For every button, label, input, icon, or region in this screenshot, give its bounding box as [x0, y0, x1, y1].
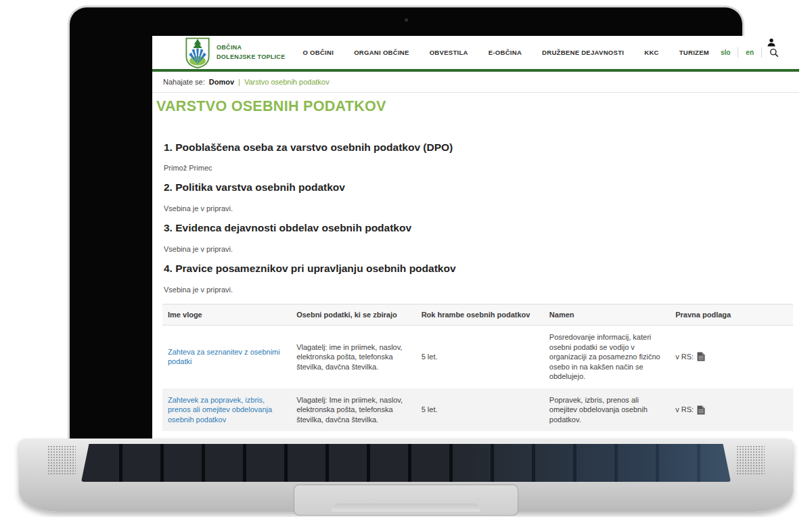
lang-slo-link[interactable]: slo	[721, 49, 730, 56]
speaker-grille-right	[736, 445, 765, 475]
municipality-logo[interactable]: OBČINA DOLENJSKE TOPLICE	[185, 37, 285, 68]
legal-basis-label: v RS:	[675, 352, 694, 362]
main-content: VARSTVO OSEBNIH PODATKOV 1. Pooblaščena …	[152, 99, 799, 439]
breadcrumb-separator: |	[238, 78, 240, 86]
section-2-body: Vsebina je v pripravi.	[164, 204, 793, 213]
table-row: Zahteva za seznanitev z osebnimi podatki…	[162, 325, 793, 388]
lid-opening-notch	[332, 503, 480, 512]
main-navigation: O OBČINI ORGANI OBČINE OBVESTILA E-OBČIN…	[302, 49, 709, 56]
breadcrumb-prefix: Nahajate se:	[163, 78, 205, 86]
nav-item-obvestila[interactable]: OBVESTILA	[430, 49, 468, 56]
cell-legal-basis: v RS:	[670, 398, 793, 422]
section-4-body: Vsebina je v pripravi.	[164, 286, 793, 294]
legal-basis-label: v RS:	[675, 405, 694, 415]
col-header-rok-hrambe: Rok hrambe osebnih podatkov	[416, 305, 544, 325]
breadcrumb-home-link[interactable]: Domov	[209, 78, 234, 86]
col-header-namen: Namen	[544, 305, 670, 325]
laptop-lid: OBČINA DOLENJSKE TOPLICE O OBČINI ORGANI…	[68, 5, 744, 439]
cell-legal-basis: v RS:	[670, 345, 793, 369]
nav-item-turizem[interactable]: TURIZEM	[679, 49, 709, 56]
nav-item-kkc[interactable]: KKC	[644, 49, 658, 56]
section-3-body: Vsebina je v pripravi.	[164, 245, 793, 254]
page-title: VARSTVO OSEBNIH PODATKOV	[156, 99, 793, 114]
lang-en-link[interactable]: en	[746, 49, 754, 56]
col-header-ime-vloge: Ime vloge	[162, 305, 291, 325]
form-link-seznanitev[interactable]: Zahteva za seznanitev z osebnimi podatki	[168, 348, 280, 366]
browser-screen: OBČINA DOLENJSKE TOPLICE O OBČINI ORGANI…	[152, 36, 799, 439]
section-4-heading: 4. Pravice posameznikov pri upravljanju …	[164, 263, 793, 275]
webcam-dot	[405, 18, 408, 22]
nav-item-organi-obcine[interactable]: ORGANI OBČINE	[354, 49, 409, 56]
table-row: Zahtevek za popravek, izbris, prenos ali…	[162, 388, 793, 432]
form-link-popravek[interactable]: Zahtevek za popravek, izbris, prenos ali…	[168, 396, 272, 424]
cell-data-collected: Vlagatelj: ime in priimek, naslov, elekt…	[291, 336, 416, 379]
nav-item-o-obcini[interactable]: O OBČINI	[302, 49, 334, 56]
cell-retention: 5 let.	[416, 345, 544, 369]
section-1-heading: 1. Pooblaščena oseba za varstvo osebnih …	[164, 141, 793, 154]
col-header-pravna-podlaga: Pravna podlaga	[670, 305, 793, 325]
speaker-grille-left	[47, 445, 76, 475]
section-1-body: Primož Primec	[164, 164, 793, 173]
section-2-heading: 2. Politika varstva osebnih podatkov	[164, 181, 793, 194]
user-icon[interactable]	[767, 38, 776, 47]
table-header-row: Ime vloge Osebni podatki, ki se zbirajo …	[162, 304, 793, 326]
document-icon[interactable]	[697, 352, 705, 361]
user-account-area	[767, 37, 776, 49]
nav-item-druzbene-dejavnosti[interactable]: DRUŽBENE DEJAVNOSTI	[542, 49, 624, 56]
site-header: OBČINA DOLENJSKE TOPLICE O OBČINI ORGANI…	[152, 36, 799, 72]
laptop-mockup: OBČINA DOLENJSKE TOPLICE O OBČINI ORGANI…	[0, 0, 812, 517]
col-header-osebni-podatki: Osebni podatki, ki se zbirajo	[291, 305, 416, 325]
separator	[738, 47, 738, 58]
coat-of-arms-icon	[185, 37, 210, 68]
breadcrumb-current-link[interactable]: Varstvo osebnih podatkov	[244, 78, 330, 86]
cell-retention: 5 let.	[416, 398, 544, 422]
laptop-keyboard	[81, 444, 731, 482]
cell-purpose: Posredovanje informacij, kateri osebni p…	[544, 325, 670, 388]
nav-item-e-obcina[interactable]: E-OBČINA	[489, 49, 522, 56]
cell-purpose: Popravek, izbris, prenos ali omejitev ob…	[544, 388, 670, 432]
laptop-base	[19, 439, 793, 512]
personal-data-requests-table: Ime vloge Osebni podatki, ki se zbirajo …	[162, 304, 793, 432]
breadcrumb: Nahajate se: Domov | Varstvo osebnih pod…	[152, 72, 799, 93]
logo-text: OBČINA DOLENJSKE TOPLICE	[217, 43, 285, 62]
document-icon[interactable]	[697, 405, 705, 415]
section-3-heading: 3. Evidenca dejavnosti obdelav osebnih p…	[164, 222, 793, 235]
cell-data-collected: Vlagatelj: Ime in priimek, naslov, elekt…	[291, 388, 416, 432]
separator	[761, 47, 762, 58]
